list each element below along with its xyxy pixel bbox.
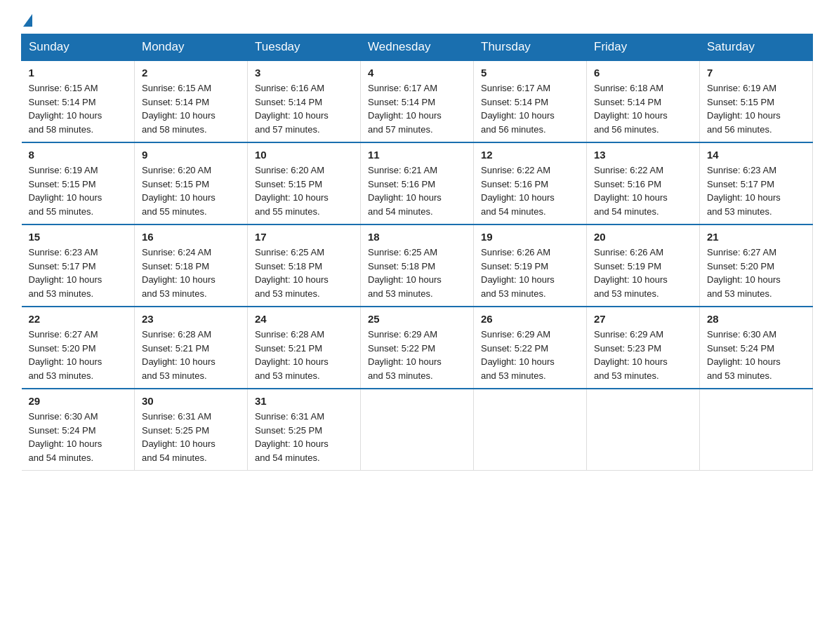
calendar-week-row: 29 Sunrise: 6:30 AM Sunset: 5:24 PM Dayl… — [22, 389, 813, 471]
calendar-cell: 18 Sunrise: 6:25 AM Sunset: 5:18 PM Dayl… — [361, 224, 474, 307]
day-number: 11 — [368, 149, 466, 161]
calendar-cell: 15 Sunrise: 6:23 AM Sunset: 5:17 PM Dayl… — [22, 224, 135, 307]
day-number: 8 — [29, 149, 128, 161]
day-number: 10 — [255, 149, 353, 161]
day-info: Sunrise: 6:25 AM Sunset: 5:18 PM Dayligh… — [368, 246, 466, 300]
calendar-cell — [474, 389, 587, 471]
day-number: 21 — [707, 231, 805, 243]
day-number: 4 — [368, 67, 466, 79]
calendar-cell: 5 Sunrise: 6:17 AM Sunset: 5:14 PM Dayli… — [474, 60, 587, 142]
calendar: SundayMondayTuesdayWednesdayThursdayFrid… — [21, 34, 813, 471]
calendar-cell: 4 Sunrise: 6:17 AM Sunset: 5:14 PM Dayli… — [361, 60, 474, 142]
calendar-header-row: SundayMondayTuesdayWednesdayThursdayFrid… — [22, 34, 813, 61]
day-info: Sunrise: 6:21 AM Sunset: 5:16 PM Dayligh… — [368, 163, 466, 218]
day-info: Sunrise: 6:19 AM Sunset: 5:15 PM Dayligh… — [707, 81, 805, 136]
day-info: Sunrise: 6:19 AM Sunset: 5:15 PM Dayligh… — [29, 163, 128, 218]
day-number: 1 — [29, 67, 128, 79]
calendar-cell: 30 Sunrise: 6:31 AM Sunset: 5:25 PM Dayl… — [135, 389, 248, 471]
day-number: 16 — [142, 231, 240, 243]
calendar-cell: 8 Sunrise: 6:19 AM Sunset: 5:15 PM Dayli… — [22, 142, 135, 224]
day-number: 23 — [142, 313, 240, 325]
logo-triangle-icon — [23, 14, 32, 27]
day-info: Sunrise: 6:31 AM Sunset: 5:25 PM Dayligh… — [142, 410, 240, 464]
calendar-week-row: 8 Sunrise: 6:19 AM Sunset: 5:15 PM Dayli… — [22, 142, 813, 224]
day-number: 24 — [255, 313, 353, 325]
day-info: Sunrise: 6:17 AM Sunset: 5:14 PM Dayligh… — [481, 81, 579, 136]
day-info: Sunrise: 6:20 AM Sunset: 5:15 PM Dayligh… — [255, 163, 353, 218]
day-number: 18 — [368, 231, 466, 243]
calendar-cell: 19 Sunrise: 6:26 AM Sunset: 5:19 PM Dayl… — [474, 224, 587, 307]
calendar-header-tuesday: Tuesday — [248, 34, 361, 61]
day-number: 12 — [481, 149, 579, 161]
calendar-header-wednesday: Wednesday — [361, 34, 474, 61]
calendar-cell: 28 Sunrise: 6:30 AM Sunset: 5:24 PM Dayl… — [700, 307, 813, 389]
calendar-cell: 22 Sunrise: 6:27 AM Sunset: 5:20 PM Dayl… — [22, 307, 135, 389]
calendar-header-friday: Friday — [587, 34, 700, 61]
calendar-cell: 24 Sunrise: 6:28 AM Sunset: 5:21 PM Dayl… — [248, 307, 361, 389]
calendar-cell: 12 Sunrise: 6:22 AM Sunset: 5:16 PM Dayl… — [474, 142, 587, 224]
calendar-cell: 1 Sunrise: 6:15 AM Sunset: 5:14 PM Dayli… — [22, 60, 135, 142]
day-number: 6 — [594, 67, 692, 79]
day-info: Sunrise: 6:15 AM Sunset: 5:14 PM Dayligh… — [142, 81, 240, 136]
calendar-cell: 29 Sunrise: 6:30 AM Sunset: 5:24 PM Dayl… — [22, 389, 135, 471]
calendar-cell: 3 Sunrise: 6:16 AM Sunset: 5:14 PM Dayli… — [248, 60, 361, 142]
calendar-cell: 16 Sunrise: 6:24 AM Sunset: 5:18 PM Dayl… — [135, 224, 248, 307]
calendar-header-monday: Monday — [135, 34, 248, 61]
calendar-cell: 27 Sunrise: 6:29 AM Sunset: 5:23 PM Dayl… — [587, 307, 700, 389]
day-info: Sunrise: 6:29 AM Sunset: 5:22 PM Dayligh… — [368, 328, 466, 382]
page-header — [21, 14, 813, 27]
calendar-cell: 14 Sunrise: 6:23 AM Sunset: 5:17 PM Dayl… — [700, 142, 813, 224]
day-info: Sunrise: 6:28 AM Sunset: 5:21 PM Dayligh… — [255, 328, 353, 382]
day-info: Sunrise: 6:23 AM Sunset: 5:17 PM Dayligh… — [29, 246, 128, 300]
day-info: Sunrise: 6:23 AM Sunset: 5:17 PM Dayligh… — [707, 163, 805, 218]
logo-block — [21, 14, 32, 27]
calendar-cell — [587, 389, 700, 471]
calendar-week-row: 1 Sunrise: 6:15 AM Sunset: 5:14 PM Dayli… — [22, 60, 813, 142]
calendar-cell: 26 Sunrise: 6:29 AM Sunset: 5:22 PM Dayl… — [474, 307, 587, 389]
calendar-cell: 9 Sunrise: 6:20 AM Sunset: 5:15 PM Dayli… — [135, 142, 248, 224]
day-number: 5 — [481, 67, 579, 79]
day-number: 9 — [142, 149, 240, 161]
day-number: 27 — [594, 313, 692, 325]
day-number: 28 — [707, 313, 805, 325]
day-info: Sunrise: 6:27 AM Sunset: 5:20 PM Dayligh… — [707, 246, 805, 300]
day-info: Sunrise: 6:30 AM Sunset: 5:24 PM Dayligh… — [707, 328, 805, 382]
calendar-cell: 11 Sunrise: 6:21 AM Sunset: 5:16 PM Dayl… — [361, 142, 474, 224]
day-info: Sunrise: 6:29 AM Sunset: 5:22 PM Dayligh… — [481, 328, 579, 382]
calendar-cell: 20 Sunrise: 6:26 AM Sunset: 5:19 PM Dayl… — [587, 224, 700, 307]
day-info: Sunrise: 6:22 AM Sunset: 5:16 PM Dayligh… — [594, 163, 692, 218]
day-number: 26 — [481, 313, 579, 325]
day-number: 19 — [481, 231, 579, 243]
calendar-cell: 23 Sunrise: 6:28 AM Sunset: 5:21 PM Dayl… — [135, 307, 248, 389]
day-info: Sunrise: 6:26 AM Sunset: 5:19 PM Dayligh… — [594, 246, 692, 300]
day-info: Sunrise: 6:17 AM Sunset: 5:14 PM Dayligh… — [368, 81, 466, 136]
calendar-cell: 17 Sunrise: 6:25 AM Sunset: 5:18 PM Dayl… — [248, 224, 361, 307]
day-info: Sunrise: 6:25 AM Sunset: 5:18 PM Dayligh… — [255, 246, 353, 300]
day-info: Sunrise: 6:22 AM Sunset: 5:16 PM Dayligh… — [481, 163, 579, 218]
day-number: 7 — [707, 67, 805, 79]
day-info: Sunrise: 6:26 AM Sunset: 5:19 PM Dayligh… — [481, 246, 579, 300]
calendar-cell — [361, 389, 474, 471]
day-info: Sunrise: 6:31 AM Sunset: 5:25 PM Dayligh… — [255, 410, 353, 464]
day-number: 20 — [594, 231, 692, 243]
day-info: Sunrise: 6:28 AM Sunset: 5:21 PM Dayligh… — [142, 328, 240, 382]
day-info: Sunrise: 6:15 AM Sunset: 5:14 PM Dayligh… — [29, 81, 128, 136]
day-number: 14 — [707, 149, 805, 161]
calendar-cell: 7 Sunrise: 6:19 AM Sunset: 5:15 PM Dayli… — [700, 60, 813, 142]
calendar-cell: 13 Sunrise: 6:22 AM Sunset: 5:16 PM Dayl… — [587, 142, 700, 224]
calendar-week-row: 15 Sunrise: 6:23 AM Sunset: 5:17 PM Dayl… — [22, 224, 813, 307]
logo — [21, 14, 32, 27]
day-number: 13 — [594, 149, 692, 161]
calendar-cell — [700, 389, 813, 471]
calendar-cell: 25 Sunrise: 6:29 AM Sunset: 5:22 PM Dayl… — [361, 307, 474, 389]
calendar-header-saturday: Saturday — [700, 34, 813, 61]
calendar-cell: 6 Sunrise: 6:18 AM Sunset: 5:14 PM Dayli… — [587, 60, 700, 142]
day-info: Sunrise: 6:29 AM Sunset: 5:23 PM Dayligh… — [594, 328, 692, 382]
day-info: Sunrise: 6:18 AM Sunset: 5:14 PM Dayligh… — [594, 81, 692, 136]
day-number: 25 — [368, 313, 466, 325]
calendar-header-thursday: Thursday — [474, 34, 587, 61]
day-number: 31 — [255, 395, 353, 407]
day-number: 17 — [255, 231, 353, 243]
day-number: 3 — [255, 67, 353, 79]
day-number: 2 — [142, 67, 240, 79]
